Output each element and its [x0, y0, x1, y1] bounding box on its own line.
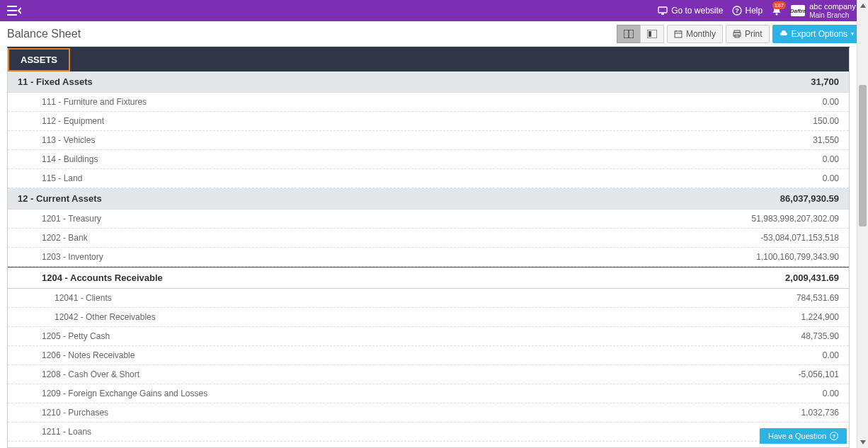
item-row[interactable]: 114 - Buildings0.00 [8, 150, 849, 169]
item-value: -53,084,071,153,518 [760, 233, 839, 243]
company-logo: Daftra [791, 5, 805, 16]
company-switcher[interactable]: Daftra abc company ▾ Main Branch [791, 2, 861, 19]
item-row[interactable]: 1212 - Receivable Notes0.00 [8, 442, 849, 448]
item-label: 1208 - Cash Over & Short [18, 369, 139, 379]
export-button[interactable]: Export Options ▾ [772, 25, 861, 43]
section-row[interactable]: 11 - Fixed Assets31,700 [8, 71, 849, 93]
scroll-thumb[interactable] [859, 85, 867, 226]
item-label: 113 - Vehicles [18, 135, 95, 145]
item-label: 1210 - Purchases [18, 408, 108, 418]
item-value: 150.00 [813, 116, 839, 126]
topbar: Go to website ? Help 187 Daftra abc comp… [0, 0, 868, 21]
company-branch: Main Branch [809, 11, 861, 19]
item-row[interactable]: 1201 - Treasury51,983,998,207,302.09 [8, 209, 849, 229]
print-button[interactable]: Print [726, 25, 770, 43]
svg-rect-7 [649, 31, 651, 37]
item-label: 12042 - Other Receivables [18, 312, 156, 322]
columns-icon [624, 30, 634, 38]
single-icon [647, 30, 657, 38]
item-row[interactable]: 1209 - Foreign Exchange Gains and Losses… [8, 384, 849, 403]
report-content[interactable]: ASSETS 11 - Fixed Assets31,700111 - Furn… [7, 47, 850, 448]
item-label: 111 - Furniture and Fixtures [18, 97, 147, 107]
goto-website-link[interactable]: Go to website [658, 6, 723, 16]
export-label: Export Options [792, 29, 847, 39]
item-row[interactable]: 1206 - Notes Receivable0.00 [8, 346, 849, 365]
item-row[interactable]: 1210 - Purchases1,032,736 [8, 403, 849, 423]
scroll-up-arrow[interactable] [857, 0, 868, 11]
item-value: 48,735.90 [801, 331, 839, 341]
company-name: abc company [809, 2, 855, 11]
monitor-icon [658, 6, 668, 15]
item-row[interactable]: 1208 - Cash Over & Short-5,056,101 [8, 365, 849, 384]
item-row[interactable]: 1205 - Petty Cash48,735.90 [8, 327, 849, 346]
item-label: 114 - Buildings [18, 154, 98, 164]
item-value: 1,100,160,799,343.90 [756, 252, 839, 262]
section-label: 1204 - Accounts Receivable [42, 272, 163, 283]
item-value: 0.00 [823, 173, 839, 183]
section-value: 2,009,431.69 [785, 272, 839, 283]
cloud-icon [780, 30, 788, 38]
item-label: 1202 - Bank [18, 233, 88, 243]
calendar-icon [674, 30, 683, 38]
view-columns-button[interactable] [617, 25, 641, 43]
item-row[interactable]: 1203 - Inventory1,100,160,799,343.90 [8, 248, 849, 267]
item-label: 115 - Land [18, 173, 82, 183]
item-value: 0.00 [823, 154, 839, 164]
scrollbar[interactable] [857, 0, 868, 448]
section-row[interactable]: 12 - Current Assets86,037,930.59 [8, 188, 849, 209]
monthly-button[interactable]: Monthly [667, 25, 723, 43]
item-row[interactable]: 1202 - Bank-53,084,071,153,518 [8, 229, 849, 248]
help-icon: ? [732, 6, 742, 16]
item-row[interactable]: 113 - Vehicles31,550 [8, 131, 849, 150]
toolbar: Monthly Print Export Options ▾ [617, 25, 861, 43]
goto-website-label: Go to website [671, 6, 723, 16]
section-value: 86,037,930.59 [780, 193, 839, 204]
print-label: Print [745, 29, 763, 39]
section-row[interactable]: 1204 - Accounts Receivable2,009,431.69 [8, 267, 849, 289]
item-value: -5,056,101 [799, 369, 839, 379]
help-link[interactable]: ? Help [732, 6, 763, 16]
item-row[interactable]: 112 - Equipment150.00 [8, 112, 849, 131]
item-row[interactable]: 1211 - Loans50,000 [8, 423, 849, 442]
item-value: 1,224,900 [801, 312, 839, 322]
item-row[interactable]: 115 - Land0.00 [8, 169, 849, 188]
item-label: 1211 - Loans [18, 427, 91, 437]
item-row[interactable]: 12042 - Other Receivables1,224,900 [8, 308, 849, 327]
svg-rect-8 [675, 31, 682, 38]
help-fab[interactable]: Have a Question ? [760, 428, 847, 444]
item-value: 0.00 [823, 97, 839, 107]
item-row[interactable]: 111 - Furniture and Fixtures0.00 [8, 93, 849, 112]
item-label: 12041 - Clients [18, 293, 112, 303]
tab-assets[interactable]: ASSETS [8, 48, 70, 71]
item-value: 31,550 [813, 135, 839, 145]
sidebar-collapse-button[interactable] [7, 6, 21, 16]
subheader: Balance Sheet Monthly Print Export Op [0, 21, 868, 47]
item-row[interactable]: 12041 - Clients784,531.69 [8, 289, 849, 308]
svg-text:?: ? [735, 7, 739, 14]
section-label: 12 - Current Assets [18, 193, 102, 204]
page-title: Balance Sheet [7, 28, 81, 40]
item-label: 1209 - Foreign Exchange Gains and Losses [18, 389, 207, 398]
item-value: 784,531.69 [796, 293, 839, 303]
question-icon: ? [830, 432, 838, 440]
view-single-button[interactable] [640, 25, 664, 43]
svg-rect-0 [658, 7, 667, 13]
notification-count: 187 [772, 1, 786, 9]
svg-text:?: ? [833, 433, 836, 440]
notifications-button[interactable]: 187 [771, 5, 782, 16]
svg-point-3 [776, 13, 778, 16]
item-value: 0.00 [823, 350, 839, 360]
item-label: 1201 - Treasury [18, 214, 101, 224]
item-value: 1,032,736 [801, 408, 839, 418]
chevron-down-icon: ▾ [851, 30, 854, 37]
scroll-down-arrow[interactable] [857, 437, 868, 448]
item-value: 0.00 [823, 389, 839, 398]
item-value: 51,983,998,207,302.09 [752, 214, 839, 224]
tab-row: ASSETS [8, 48, 849, 71]
print-icon [733, 30, 741, 38]
section-label: 11 - Fixed Assets [18, 76, 93, 87]
help-fab-label: Have a Question [768, 432, 826, 440]
help-label: Help [746, 6, 763, 16]
item-label: 1203 - Inventory [18, 252, 103, 262]
item-label: 1206 - Notes Receivable [18, 350, 135, 360]
